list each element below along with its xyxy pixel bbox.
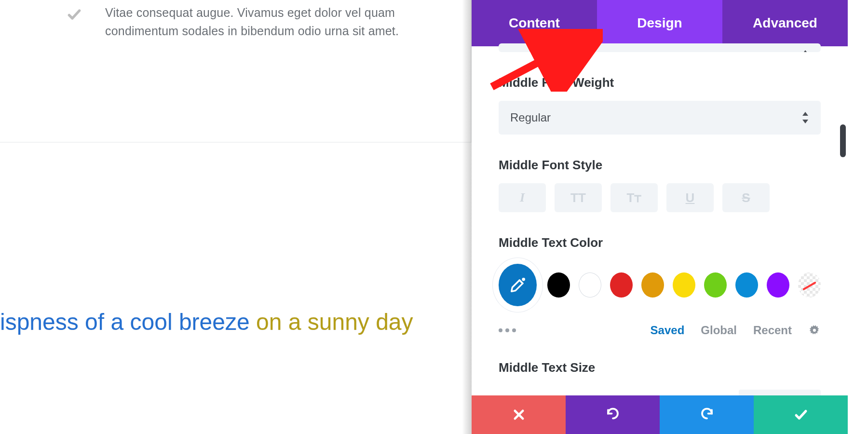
bullet-list-item: Vitae consequat augue. Vivamus eget dolo…: [67, 4, 404, 40]
svg-point-0: [522, 278, 525, 281]
check-icon: [794, 407, 808, 422]
swatch-none[interactable]: [798, 272, 821, 298]
tab-advanced[interactable]: Advanced: [722, 0, 848, 46]
redo-button[interactable]: [660, 395, 754, 434]
color-picker-button[interactable]: [499, 264, 537, 306]
font-weight-value: Regular: [510, 111, 551, 124]
color-swatches: [499, 264, 821, 306]
text-size-label: Middle Text Size: [499, 360, 821, 375]
swatch-black[interactable]: [547, 272, 570, 298]
close-icon: [512, 408, 526, 421]
swatch-green[interactable]: [704, 272, 727, 298]
smallcaps-button[interactable]: Tᴛ: [610, 183, 658, 212]
tab-content[interactable]: Content: [472, 0, 597, 46]
swatch-orange[interactable]: [641, 272, 664, 298]
color-tab-global[interactable]: Global: [701, 324, 737, 337]
font-style-buttons: I TT Tᴛ U S: [499, 183, 821, 212]
font-style-label: Middle Font Style: [499, 158, 821, 173]
italic-button[interactable]: I: [499, 183, 546, 212]
gear-icon[interactable]: [808, 324, 821, 337]
sample-text: ispness of a cool breeze on a sunny day: [0, 309, 472, 335]
swatch-white[interactable]: [579, 272, 601, 298]
tab-design[interactable]: Design: [597, 0, 722, 46]
sample-text-part-b: on a sunny day: [256, 309, 413, 335]
swatch-blue[interactable]: [735, 272, 758, 298]
color-tab-saved[interactable]: Saved: [651, 324, 685, 337]
color-tab-recent[interactable]: Recent: [753, 324, 792, 337]
check-icon: [67, 7, 82, 22]
swatch-purple[interactable]: [767, 272, 789, 298]
scrollbar-thumb[interactable]: [840, 124, 846, 157]
uppercase-button[interactable]: TT: [555, 183, 602, 212]
section-divider: [0, 142, 472, 143]
undo-icon: [606, 407, 620, 422]
settings-panel: Content Design Advanced Default Middle F…: [472, 0, 868, 434]
more-dots-icon[interactable]: [499, 328, 522, 332]
confirm-button[interactable]: [754, 395, 848, 434]
eyedropper-icon: [508, 275, 528, 295]
sort-arrows-icon: [802, 50, 809, 52]
sort-arrows-icon: [802, 112, 809, 123]
settings-tabs: Content Design Advanced: [472, 0, 848, 46]
panel-body: Default Middle Font Weight Regular Middl…: [472, 43, 848, 395]
swatch-yellow[interactable]: [673, 272, 695, 298]
default-select[interactable]: Default: [499, 43, 821, 52]
strikethrough-button[interactable]: S: [722, 183, 770, 212]
page-preview: Vitae consequat augue. Vivamus eget dolo…: [0, 0, 472, 434]
swatch-red[interactable]: [610, 272, 633, 298]
font-weight-select[interactable]: Regular: [499, 101, 821, 135]
bullet-text: Vitae consequat augue. Vivamus eget dolo…: [105, 4, 404, 40]
undo-button[interactable]: [566, 395, 660, 434]
underline-button[interactable]: U: [666, 183, 714, 212]
font-weight-label: Middle Font Weight: [499, 75, 821, 90]
cancel-button[interactable]: [472, 395, 566, 434]
color-palette-tabs: Saved Global Recent: [499, 324, 821, 337]
redo-icon: [700, 407, 714, 422]
sample-text-part-a: ispness of a cool breeze: [0, 309, 256, 335]
default-select-value: Default: [510, 50, 547, 52]
text-color-label: Middle Text Color: [499, 235, 821, 250]
panel-footer: [472, 395, 848, 434]
